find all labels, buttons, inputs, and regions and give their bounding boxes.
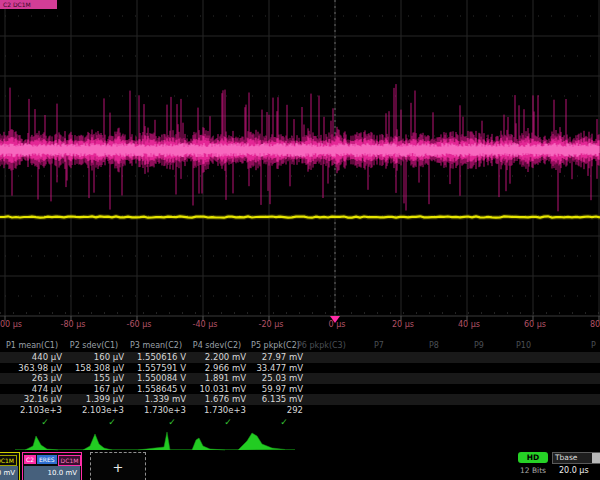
parameter-header-inactive[interactable]: P9	[474, 341, 484, 350]
hd-bits-label: 12 Bits	[514, 466, 552, 475]
channel-c2-descriptor[interactable]: C2ERESDC1M 10.0 mV	[22, 452, 82, 480]
measurement-cell-sdev: 1.399 µV	[64, 394, 124, 405]
measurement-cell-num: 1.730e+3	[188, 405, 246, 416]
time-axis-tick-label: -100 µs	[0, 320, 22, 329]
status-check-icon: ✓	[108, 417, 116, 427]
measurement-cell-min: 1.891 mV	[188, 373, 246, 384]
histicon	[238, 433, 285, 450]
waveform-grid	[0, 0, 600, 332]
measurement-cell-min: 155 µV	[64, 373, 124, 384]
time-axis-tick-label: -20 µs	[259, 320, 284, 329]
parameter-header[interactable]: P4 sdev(C2)	[188, 341, 246, 351]
parameter-header-inactive[interactable]: P6 pkpk(C3)	[297, 341, 346, 350]
parameter-header-inactive[interactable]: P	[591, 341, 596, 350]
parameter-header-inactive[interactable]: P8	[429, 341, 439, 350]
measurement-cell-max: 1.558645 V	[126, 384, 186, 395]
parameter-header-inactive[interactable]: P7	[374, 341, 384, 350]
channel-c1-descriptor[interactable]: DC1M 0 mV	[0, 452, 20, 480]
time-axis-tick-label: 20 µs	[392, 320, 414, 329]
status-check-icon: ✓	[280, 417, 288, 427]
measurement-cell-min: 25.03 mV	[248, 373, 303, 384]
histicon	[138, 432, 170, 450]
parameter-header[interactable]: P1 mean(C1)	[2, 341, 62, 351]
measurement-cell-num: 2.103e+3	[64, 405, 124, 416]
c2-waveform	[0, 84, 599, 211]
c2-coupling-badge: DC1M	[58, 455, 82, 466]
oscilloscope-screen: C2 DC1M -100 µs-80 µs-60 µs-40 µs-20 µs0…	[0, 0, 600, 480]
measurement-cell-sdev: 1.339 mV	[126, 394, 186, 405]
time-axis-tick-label: 60 µs	[524, 320, 546, 329]
measurement-cell-sdev: 6.135 mV	[248, 394, 303, 405]
time-axis-tick-label: -80 µs	[61, 320, 86, 329]
parameter-header[interactable]: P3 mean(C2)	[126, 341, 186, 351]
trigger-position-icon[interactable]	[327, 315, 343, 325]
measurement-cell-num: 1.730e+3	[126, 405, 186, 416]
measurement-cell-value: 160 µV	[64, 352, 124, 363]
histicon-strip	[0, 428, 600, 452]
measurement-cell-max: 167 µV	[64, 384, 124, 395]
status-check-icon: ✓	[224, 417, 232, 427]
timebase-descriptor[interactable]: Tbase 20.0 µs	[552, 452, 600, 480]
histicon	[25, 436, 58, 450]
measurement-cell-max: 474 µV	[2, 384, 62, 395]
measurement-cell-value: 27.97 mV	[248, 352, 303, 363]
status-check-icon: ✓	[168, 417, 176, 427]
time-axis-tick-label: -40 µs	[193, 320, 218, 329]
c1-coupling-badge: DC1M	[0, 455, 17, 466]
time-axis-tick-label: 40 µs	[458, 320, 480, 329]
measurement-cell-max: 59.97 mV	[248, 384, 303, 395]
measurement-cell-mean: 363.98 µV	[2, 363, 62, 374]
parameter-header-inactive[interactable]: P10	[516, 341, 531, 350]
histicon	[192, 438, 225, 450]
c1-scale-value: 0 mV	[0, 466, 18, 480]
measurement-cell-num: 2.103e+3	[2, 405, 62, 416]
timebase-tab	[592, 453, 600, 463]
status-check-icon: ✓	[41, 417, 49, 427]
add-trace-button[interactable]: +	[90, 452, 146, 480]
measurement-cell-value: 440 µV	[2, 352, 62, 363]
measurement-cell-mean: 2.966 mV	[188, 363, 246, 374]
measurement-cell-mean: 158.308 µV	[64, 363, 124, 374]
histicon	[83, 434, 112, 450]
parameter-header[interactable]: P2 sdev(C1)	[64, 341, 124, 351]
measurement-cell-max: 10.031 mV	[188, 384, 246, 395]
hd-mode-badge[interactable]: HD	[518, 452, 548, 463]
c1-waveform	[0, 216, 600, 217]
measurement-cell-mean: 1.557591 V	[126, 363, 186, 374]
trace-annotation-badge: C2 DC1M	[0, 0, 57, 9]
c2-scale-value: 10.0 mV	[24, 466, 80, 480]
measurement-cell-value: 1.550616 V	[126, 352, 186, 363]
c2-label-badge: C2	[24, 455, 36, 464]
measurement-cell-num: 292	[248, 405, 303, 416]
measurement-cell-mean: 33.477 mV	[248, 363, 303, 374]
c2-eres-badge: ERES	[37, 455, 57, 464]
time-axis-tick-label: -60 µs	[127, 320, 152, 329]
measurement-cell-min: 1.550084 V	[126, 373, 186, 384]
parameter-header[interactable]: P5 pkpk(C2)	[248, 341, 303, 351]
time-axis-tick-label: 80 µs	[590, 320, 600, 329]
measurement-cell-sdev: 32.16 µV	[2, 394, 62, 405]
measurement-cell-min: 263 µV	[2, 373, 62, 384]
measurement-cell-sdev: 1.676 mV	[188, 394, 246, 405]
timebase-value: 20.0 µs	[552, 466, 600, 475]
measurement-cell-value: 2.200 mV	[188, 352, 246, 363]
